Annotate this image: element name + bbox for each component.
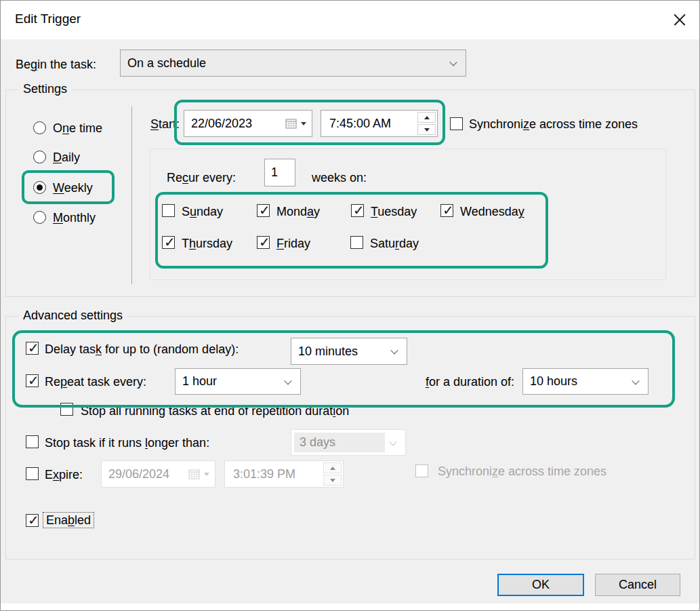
stop-task-label[interactable]: Stop task if it runs longer than:: [45, 436, 209, 450]
time-down-button: [323, 475, 342, 486]
checkbox-monday[interactable]: [257, 204, 270, 217]
time-up-button[interactable]: [417, 112, 436, 123]
expire-sync-label: Synchronize across time zones: [438, 465, 606, 478]
checkbox-saturday-label[interactable]: Saturday: [370, 237, 419, 250]
duration-of-label: for a duration of:: [406, 375, 514, 389]
calendar-icon: [188, 469, 200, 479]
radio-weekly-label[interactable]: Weekly: [53, 181, 93, 195]
expire-time-value: 3:01:39 PM: [233, 467, 295, 481]
checkbox-tuesday[interactable]: [351, 204, 364, 217]
chevron-down-icon: [284, 377, 291, 385]
stop-task-duration-value: 3 days: [300, 435, 335, 450]
expire-checkbox[interactable]: [26, 467, 39, 480]
expire-date-picker: 29/06/2024: [101, 460, 215, 488]
start-date-picker[interactable]: 22/06/2023: [184, 110, 312, 137]
recur-every-label: Recur every:: [167, 171, 236, 184]
repeat-interval-value: 1 hour: [182, 374, 217, 389]
begin-task-label: Begin the task:: [16, 58, 96, 71]
checkbox-wednesday[interactable]: [440, 204, 453, 217]
start-time-value: 7:45:00 AM: [329, 117, 391, 131]
radio-one-time[interactable]: [33, 121, 46, 134]
calendar-icon: [285, 118, 297, 129]
calendar-dropdown-icon[interactable]: [301, 122, 306, 125]
chevron-down-icon: [390, 347, 398, 354]
expire-label[interactable]: Expire:: [45, 468, 83, 481]
repeat-interval-dropdown[interactable]: 1 hour: [175, 368, 301, 395]
time-down-button[interactable]: [417, 124, 436, 135]
delay-duration-value: 10 minutes: [298, 344, 358, 359]
dialog-bottom-strip: [1, 604, 699, 611]
chevron-down-icon: [449, 58, 457, 66]
delay-task-label[interactable]: Delay task for up to (random delay):: [45, 342, 239, 356]
checkbox-monday-label[interactable]: Monday: [276, 205, 320, 218]
radio-monthly[interactable]: [33, 211, 46, 224]
delay-task-checkbox[interactable]: [26, 342, 39, 355]
begin-task-value: On a schedule: [127, 56, 206, 71]
checkbox-thursday-label[interactable]: Thursday: [182, 237, 232, 250]
start-label: Start:: [150, 117, 180, 131]
checkbox-saturday[interactable]: [350, 236, 363, 249]
checkbox-friday-label[interactable]: Friday: [276, 237, 310, 250]
chevron-down-icon: [389, 438, 396, 446]
edit-trigger-dialog: Edit Trigger Begin the task: On a schedu…: [0, 0, 700, 611]
up-arrow-icon: [424, 116, 430, 119]
up-arrow-icon: [330, 467, 335, 470]
checkbox-tuesday-label[interactable]: Tuesday: [371, 205, 417, 218]
expire-time-spinner: 3:01:39 PM: [224, 460, 344, 488]
checkbox-sunday[interactable]: [162, 204, 175, 217]
down-arrow-icon: [330, 479, 335, 482]
recur-every-input[interactable]: 1: [264, 159, 295, 186]
cancel-button[interactable]: Cancel: [595, 574, 680, 596]
sync-timezones-label[interactable]: Synchronize across time zones: [469, 117, 638, 131]
start-date-value: 22/06/2023: [191, 117, 252, 131]
weeks-on-label: weeks on:: [312, 171, 367, 184]
enabled-checkbox[interactable]: [26, 514, 39, 527]
stop-task-checkbox[interactable]: [26, 435, 39, 448]
dialog-title: Edit Trigger: [15, 12, 81, 26]
advanced-settings-label: Advanced settings: [18, 309, 127, 323]
checkbox-friday[interactable]: [257, 236, 270, 249]
chevron-down-icon: [632, 377, 639, 385]
title-bar: Edit Trigger: [1, 1, 699, 39]
radio-weekly[interactable]: [33, 181, 46, 194]
expire-sync-checkbox: [415, 465, 428, 477]
repeat-duration-dropdown[interactable]: 10 hours: [522, 368, 648, 395]
settings-group-label: Settings: [18, 82, 72, 96]
repeat-duration-value: 10 hours: [530, 374, 577, 389]
stop-task-duration-dropdown: 3 days: [291, 429, 406, 456]
checkbox-thursday[interactable]: [162, 236, 175, 249]
ok-button[interactable]: OK: [497, 574, 584, 596]
checkbox-wednesday-label[interactable]: Wednesday: [460, 205, 524, 218]
stop-all-tasks-checkbox[interactable]: [60, 403, 73, 416]
expire-date-value: 29/06/2024: [108, 467, 169, 481]
stop-all-tasks-label[interactable]: Stop all running tasks at end of repetit…: [81, 404, 349, 418]
start-time-spinner[interactable]: 7:45:00 AM: [321, 110, 438, 137]
delay-duration-dropdown[interactable]: 10 minutes: [291, 338, 407, 365]
calendar-dropdown-icon: [204, 473, 209, 476]
radio-daily[interactable]: [33, 151, 46, 163]
down-arrow-icon: [424, 128, 430, 132]
sync-timezones-checkbox[interactable]: [450, 117, 463, 130]
radio-daily-label[interactable]: Daily: [53, 151, 80, 164]
close-icon[interactable]: [668, 9, 691, 31]
enabled-label[interactable]: Enabled: [43, 512, 94, 528]
repeat-task-checkbox[interactable]: [26, 374, 39, 387]
time-up-button: [323, 462, 342, 473]
radio-monthly-label[interactable]: Monthly: [53, 211, 96, 224]
radio-one-time-label[interactable]: One time: [53, 121, 102, 135]
checkbox-sunday-label[interactable]: Sunday: [182, 205, 223, 218]
begin-task-dropdown[interactable]: On a schedule: [120, 50, 466, 77]
settings-divider: [131, 106, 132, 284]
recur-every-value: 1: [271, 165, 278, 180]
repeat-task-label[interactable]: Repeat task every:: [45, 375, 146, 389]
